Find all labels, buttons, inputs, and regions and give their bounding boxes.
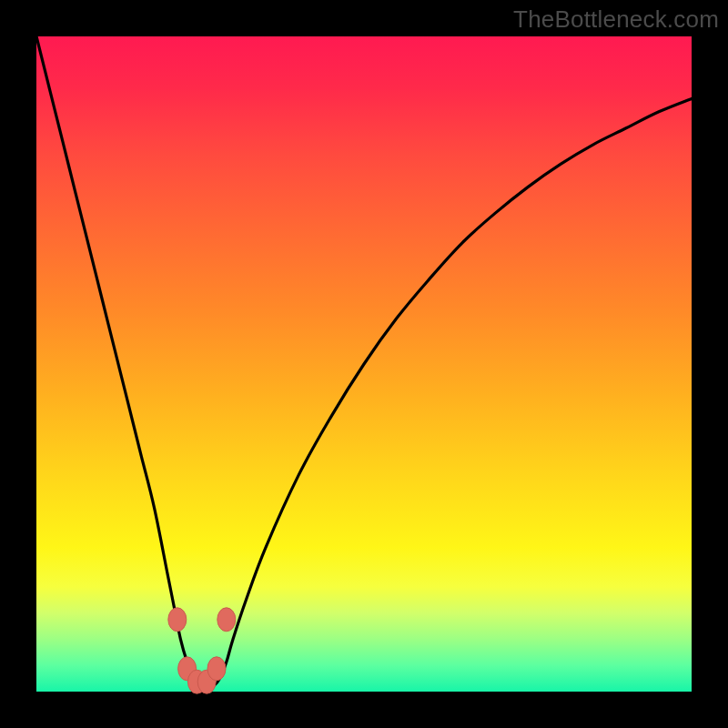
curve-marker — [217, 608, 236, 632]
watermark-text: TheBottleneck.com — [513, 5, 719, 34]
plot-area — [36, 36, 692, 692]
curve-marker — [168, 608, 187, 632]
chart-frame: TheBottleneck.com — [0, 0, 728, 728]
curve-svg — [36, 36, 692, 692]
curve-markers — [168, 608, 236, 693]
bottleneck-curve — [36, 36, 692, 688]
curve-marker — [207, 657, 226, 681]
